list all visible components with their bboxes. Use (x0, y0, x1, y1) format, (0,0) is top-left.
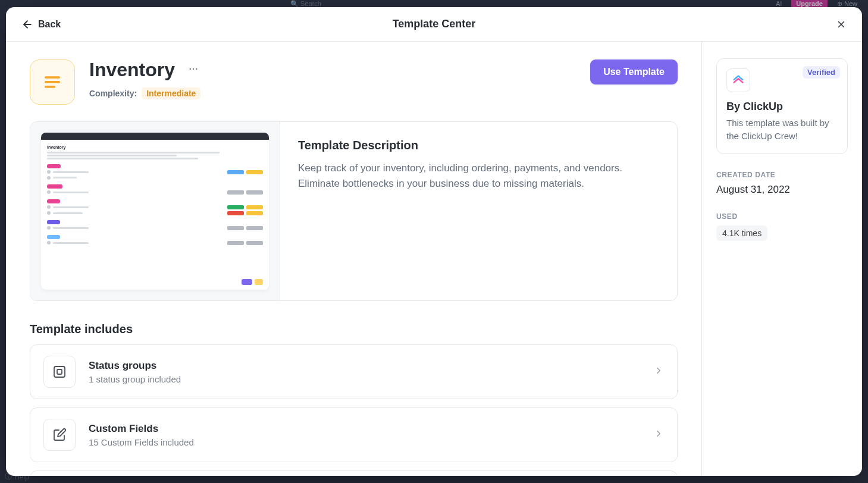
author-name: By ClickUp (726, 101, 838, 113)
svg-point-8 (196, 68, 197, 69)
close-button[interactable] (832, 15, 850, 33)
edit-square-icon (52, 428, 67, 442)
includes-heading: Template includes (30, 322, 678, 336)
title-row: Inventory Complexity: Intermediate Use T… (30, 59, 678, 105)
created-date-value: August 31, 2022 (716, 184, 848, 196)
include-subtitle: 15 Custom Fields included (89, 437, 640, 447)
chevron-right-icon (653, 428, 664, 441)
app-topbar: 🔍 Search AI Upgrade ⊕ New (0, 0, 868, 7)
square-in-square-icon (52, 365, 67, 379)
back-label: Back (38, 19, 61, 30)
modal-body: Inventory Complexity: Intermediate Use T… (6, 42, 862, 476)
main-column[interactable]: Inventory Complexity: Intermediate Use T… (6, 42, 701, 476)
description-pane: Template Description Keep track of your … (280, 122, 677, 300)
description-heading: Template Description (298, 139, 659, 152)
ai-hint: AI (776, 0, 782, 7)
svg-rect-10 (57, 369, 62, 374)
svg-point-6 (190, 68, 191, 69)
include-subtitle: 1 status group included (89, 374, 640, 384)
template-center-modal: Back Template Center Inventory (6, 7, 862, 476)
list-lines-icon (41, 71, 64, 93)
template-more-button[interactable] (186, 61, 201, 79)
more-horizontal-icon (188, 64, 199, 74)
use-template-button[interactable]: Use Template (590, 59, 678, 84)
complexity-row: Complexity: Intermediate (89, 87, 576, 99)
include-card-status-groups[interactable]: Status groups 1 status group included (30, 344, 678, 399)
verified-chip: Verified (803, 66, 840, 79)
description-card: Inventory (30, 121, 678, 301)
template-name: Inventory (89, 59, 175, 80)
used-label: USED (716, 212, 848, 221)
template-badge (30, 59, 75, 105)
title-meta: Inventory Complexity: Intermediate (89, 59, 576, 99)
close-icon (836, 19, 847, 30)
chevron-right-icon (653, 365, 664, 378)
preview-thumbnail: Inventory (41, 133, 269, 290)
used-value: 4.1K times (716, 225, 767, 241)
sidebar: Verified By ClickUp This template was bu… (701, 42, 862, 476)
modal-header: Back Template Center (6, 7, 862, 42)
created-date-block: CREATED DATE August 31, 2022 (716, 171, 848, 196)
created-date-label: CREATED DATE (716, 171, 848, 179)
custom-fields-icon (43, 419, 76, 451)
svg-point-7 (193, 68, 194, 69)
complexity-label: Complexity: (89, 89, 137, 98)
include-title: Custom Fields (89, 423, 640, 435)
status-groups-icon (43, 356, 76, 388)
global-search-hint: 🔍 Search (290, 0, 321, 8)
modal-title: Template Center (6, 18, 862, 30)
used-block: USED 4.1K times (716, 212, 848, 241)
back-button[interactable]: Back (18, 16, 64, 33)
complexity-value: Intermediate (142, 87, 200, 99)
arrow-left-icon (21, 18, 33, 30)
include-card-view-types[interactable]: View types (30, 471, 678, 476)
author-card: Verified By ClickUp This template was bu… (716, 58, 848, 154)
author-description: This template was built by the ClickUp C… (726, 117, 838, 143)
new-hint: ⊕ New (837, 0, 857, 8)
svg-rect-9 (54, 366, 65, 377)
include-title: Status groups (89, 360, 640, 372)
description-body: Keep track of your inventory, including … (298, 161, 631, 192)
clickup-logo-icon (732, 74, 745, 87)
template-preview: Inventory (30, 122, 280, 300)
include-card-custom-fields[interactable]: Custom Fields 15 Custom Fields included (30, 407, 678, 462)
author-logo (726, 68, 750, 92)
